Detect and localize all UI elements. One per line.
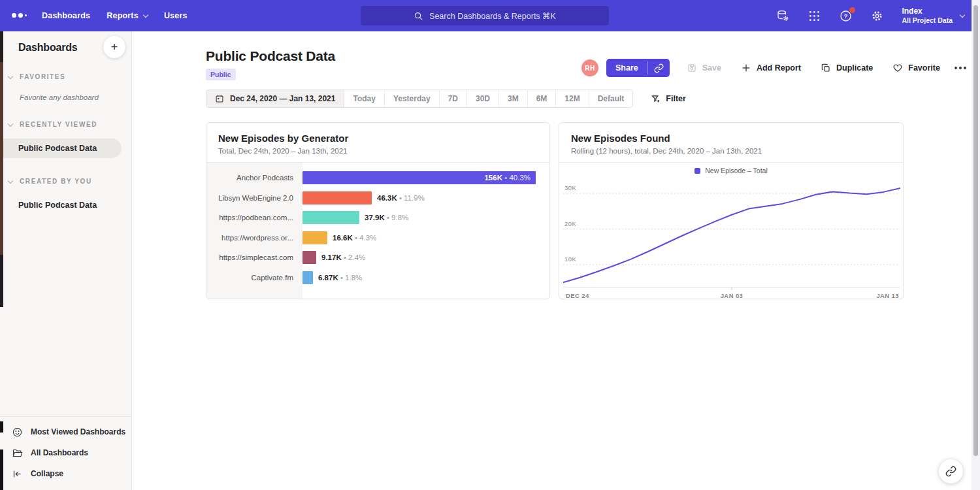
sidebar: Dashboards + FAVORITESFavorite any dashb… — [0, 31, 132, 490]
left-edge-artifact — [0, 62, 3, 255]
bar-value-label: 156K • 40.3% — [484, 174, 531, 182]
date-range-picker[interactable]: Dec 24, 2020 — Jan 13, 2021 — [206, 90, 344, 107]
chevron-down-icon — [143, 12, 148, 17]
preset-12m[interactable]: 12M — [556, 90, 589, 107]
preset-default[interactable]: Default — [589, 90, 633, 107]
public-badge: Public — [206, 69, 236, 80]
preset-30d[interactable]: 30D — [467, 90, 499, 107]
app-logo-icon[interactable] — [12, 13, 27, 18]
chart-legend: New Episode – Total — [559, 163, 903, 178]
share-button[interactable]: Share — [606, 59, 647, 77]
chevron-down-icon — [960, 12, 965, 17]
copy-link-fab[interactable] — [939, 459, 963, 483]
sidebar-section-header[interactable]: CREATED BY YOU — [0, 178, 131, 185]
copy-icon — [821, 63, 831, 73]
bar[interactable] — [302, 211, 359, 224]
scrollbar-thumb[interactable] — [973, 5, 978, 456]
page-title: Public Podcast Data — [206, 48, 335, 64]
bar[interactable] — [302, 231, 327, 244]
filter-button[interactable]: Filter — [651, 94, 686, 104]
card-title: New Episodes by Generator — [218, 133, 538, 144]
project-name: Index — [902, 7, 953, 16]
top-navbar: DashboardsReportsUsers Search Dashboards… — [0, 0, 980, 31]
date-range-control: Dec 24, 2020 — Jan 13, 2021 TodayYesterd… — [206, 90, 633, 108]
bar[interactable]: 156K • 40.3% — [302, 171, 536, 184]
bar[interactable] — [302, 271, 313, 284]
bar[interactable] — [302, 191, 372, 204]
bar-value-label: 6.87K • 1.8% — [318, 274, 362, 282]
preset-6m[interactable]: 6M — [528, 90, 557, 107]
project-scope: All Project Data — [902, 16, 953, 25]
card-subtitle: Rolling (12 hours), total, Dec 24th, 202… — [571, 147, 891, 155]
project-switcher[interactable]: Index All Project Data — [902, 7, 964, 25]
bar-category-label: Anchor Podcasts — [206, 174, 302, 182]
preset-today[interactable]: Today — [344, 90, 384, 107]
add-report-button[interactable]: Add Report — [741, 63, 801, 73]
bar-category-label: Libsyn WebEngine 2.0 — [206, 194, 302, 202]
line-chart[interactable]: 10K20K30KDEC 24JAN 03JAN 13 — [563, 178, 900, 299]
main-content: Public Podcast Data Public RH Share Save… — [0, 31, 980, 490]
help-icon[interactable]: ? — [839, 9, 853, 23]
bar-value-label: 16.6K • 4.3% — [333, 234, 376, 242]
bar-row: Anchor Podcasts156K • 40.3% — [206, 168, 549, 188]
collapse-sidebar-item[interactable]: Collapse — [0, 463, 131, 484]
legend-label: New Episode – Total — [705, 167, 768, 174]
date-toolbar: Dec 24, 2020 — Jan 13, 2021 TodayYesterd… — [206, 90, 686, 108]
apps-grid-icon[interactable] — [808, 9, 821, 23]
bar-rows: Anchor Podcasts156K • 40.3%Libsyn WebEng… — [206, 163, 549, 287]
save-button[interactable]: Save — [687, 63, 721, 73]
duplicate-button[interactable]: Duplicate — [821, 63, 873, 73]
collapse-icon — [12, 468, 23, 480]
scrollbar — [972, 0, 980, 490]
preset-3m[interactable]: 3M — [499, 90, 528, 107]
bar-row: https://simplecast.com9.17K • 2.4% — [206, 248, 549, 268]
data-management-icon[interactable] — [776, 9, 790, 23]
card-header[interactable]: New Episodes Found Rolling (12 hours), t… — [559, 123, 903, 163]
sidebar-footer: Most Viewed Dashboards All Dashboards Co… — [0, 416, 131, 490]
all-dashboards-item[interactable]: All Dashboards — [0, 442, 131, 463]
link-icon — [654, 63, 664, 73]
sidebar-item[interactable]: Public Podcast Data — [0, 139, 122, 158]
favorite-button[interactable]: Favorite — [892, 63, 940, 73]
avatar[interactable]: RH — [581, 59, 598, 76]
chevron-down-icon — [8, 178, 13, 184]
most-viewed-dashboards-item[interactable]: Most Viewed Dashboards — [0, 421, 131, 442]
legend-swatch — [694, 168, 700, 174]
notification-badge — [849, 7, 855, 13]
bar[interactable] — [302, 251, 316, 264]
bar-value-label: 37.9K • 9.8% — [365, 214, 408, 221]
svg-text:10K: 10K — [564, 255, 577, 263]
line-chart-area: 10K20K30KDEC 24JAN 03JAN 13 — [559, 178, 903, 299]
bar-chart-body: Anchor Podcasts156K • 40.3%Libsyn WebEng… — [206, 163, 549, 299]
filter-funnel-icon — [651, 94, 661, 104]
sidebar-section-header[interactable]: FAVORITES — [0, 73, 131, 80]
line-chart-card: New Episodes Found Rolling (12 hours), t… — [559, 122, 904, 299]
nav-item-dashboards[interactable]: Dashboards — [42, 11, 90, 20]
nav-item-users[interactable]: Users — [164, 11, 188, 20]
more-actions-button[interactable] — [955, 67, 966, 69]
share-link-button[interactable] — [648, 59, 670, 77]
left-edge-artifact — [0, 255, 3, 307]
svg-text:30K: 30K — [564, 184, 577, 191]
left-edge-artifact — [0, 31, 3, 62]
sidebar-item[interactable]: Public Podcast Data — [0, 195, 131, 215]
svg-text:?: ? — [844, 12, 848, 20]
settings-gear-icon[interactable] — [870, 9, 884, 23]
card-header[interactable]: New Episodes by Generator Total, Dec 24t… — [206, 123, 549, 163]
svg-text:20K: 20K — [564, 220, 577, 227]
sidebar-section-header[interactable]: RECENTLY VIEWED — [0, 121, 131, 128]
bar-value-label: 46.3K • 11.9% — [377, 194, 425, 202]
left-edge-artifact — [0, 421, 3, 433]
preset-7d[interactable]: 7D — [440, 90, 467, 107]
bar-category-label: https://wordpress.or... — [206, 234, 302, 242]
new-dashboard-button[interactable]: + — [103, 36, 125, 58]
bar-category-label: https://podbean.com... — [206, 214, 302, 221]
preset-yesterday[interactable]: Yesterday — [385, 90, 440, 107]
global-search-input[interactable]: Search Dashboards & Reports ⌘K — [361, 6, 609, 25]
chevron-down-icon — [8, 122, 13, 127]
svg-text:JAN 03: JAN 03 — [721, 292, 743, 299]
smiley-icon — [12, 427, 23, 438]
nav-item-reports[interactable]: Reports — [106, 11, 148, 20]
share-split-button: Share — [606, 59, 670, 77]
link-icon — [945, 466, 956, 477]
